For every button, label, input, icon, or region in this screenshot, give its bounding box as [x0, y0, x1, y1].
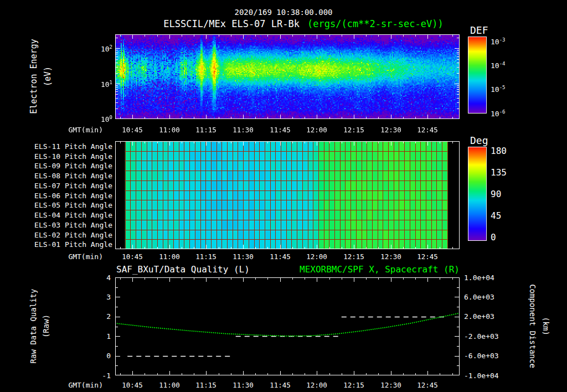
pitch-angle-heatmap-canvas — [115, 141, 460, 249]
time-tick-label: 11:45 — [262, 126, 298, 134]
spectrogram-y-axis-unit: (eV) — [43, 66, 53, 86]
time-tick-label: 10:45 — [115, 381, 150, 389]
deg-colorbar-tick: 90 — [491, 189, 501, 199]
time-tick-label: 12:30 — [373, 126, 409, 134]
time-tick-label: 11:15 — [188, 252, 224, 261]
right-ytick: 1.0e+04 — [464, 274, 494, 282]
def-colorbar — [468, 37, 487, 114]
pitch-row-label: ELS-04 Pitch Angle — [0, 211, 112, 219]
line-panel-title-left: SAF_BXuT/Data Quality (L) — [116, 264, 250, 275]
time-tick-label: 11:00 — [152, 126, 187, 134]
instrument-title: ELSSCIL/MEx ELS-07 LR-Bk — [163, 18, 300, 29]
timestamp: 2020/169 10:38:00.000 — [0, 8, 567, 17]
spectrogram-ytick-1ev: 100 — [61, 115, 112, 123]
line-panel-left-axis-label: Raw Data Quality — [29, 289, 38, 364]
time-tick-label: 12:30 — [373, 252, 409, 261]
tick-exp: -6 — [499, 109, 506, 115]
time-tick-label: 12:45 — [410, 252, 445, 261]
pitch-row-label: ELS-10 Pitch Angle — [0, 152, 112, 161]
pitch-row-label: ELS-05 Pitch Angle — [0, 201, 112, 209]
plot-title-row: ELSSCIL/MEx ELS-07 LR-Bk(ergs/(cm**2-sr-… — [115, 18, 492, 29]
spectrogram-x-axis-label: GMT(min) — [0, 126, 103, 134]
left-ytick: -1 — [55, 372, 111, 380]
tick-base: 10 — [101, 45, 110, 53]
def-colorbar-tick: 10-6 — [491, 109, 506, 118]
time-tick-label: 11:30 — [225, 381, 261, 389]
line-panel-title-right: MEXORBMC/SPF X, Spacecraft (R) — [300, 264, 460, 275]
left-ytick: 0 — [55, 352, 111, 360]
spectrogram-ytick-100ev: 102 — [61, 44, 112, 53]
time-tick-label: 12:00 — [299, 126, 334, 134]
time-tick-label: 12:00 — [299, 381, 334, 389]
time-tick-label: 10:45 — [115, 126, 150, 134]
deg-colorbar-tick: 45 — [491, 210, 501, 221]
pitch-row-label: ELS-03 Pitch Angle — [0, 221, 112, 229]
time-tick-label: 11:15 — [188, 126, 224, 134]
right-ytick: -6.0e+03 — [464, 352, 499, 360]
science-plot-page: 2020/169 10:38:00.000 ELSSCIL/MEx ELS-07… — [0, 0, 567, 392]
pitch-row-label: ELS-11 Pitch Angle — [0, 142, 112, 151]
right-ytick: 6.0e+03 — [464, 293, 494, 301]
right-ytick: -2.0e+03 — [464, 332, 499, 341]
def-colorbar-tick: 10-3 — [491, 37, 506, 46]
time-tick-label: 12:15 — [336, 252, 372, 261]
pitch-row-label: ELS-06 Pitch Angle — [0, 192, 112, 200]
deg-colorbar-tick: 0 — [491, 232, 496, 243]
left-ytick: 3 — [55, 293, 111, 301]
tick-base: 10 — [491, 61, 499, 70]
tick-base: 10 — [101, 80, 110, 89]
time-tick-label: 12:45 — [410, 126, 445, 134]
right-ytick: -1.0e+04 — [464, 372, 499, 380]
line-panel-left-axis-unit: (Raw) — [42, 314, 50, 338]
tick-exp: -3 — [499, 37, 506, 43]
line-panel-right-axis-label: Component Distance — [528, 284, 537, 368]
time-tick-label: 12:15 — [336, 381, 372, 389]
left-ytick: 2 — [55, 312, 111, 321]
deg-colorbar-tick: 135 — [491, 167, 507, 178]
pitch-row-label: ELS-02 Pitch Angle — [0, 231, 112, 239]
time-tick-label: 12:15 — [336, 126, 372, 134]
def-colorbar-tick: 10-5 — [491, 85, 506, 94]
left-ytick: 1 — [55, 332, 111, 341]
deg-colorbar-title: Deg — [470, 135, 488, 146]
spectrogram-y-axis-label: Electron Energy — [29, 39, 39, 114]
tick-base: 10 — [491, 85, 499, 94]
time-tick-label: 12:45 — [410, 381, 445, 389]
def-colorbar-tick: 10-4 — [491, 61, 506, 70]
spectrogram-ytick-10ev: 101 — [61, 80, 112, 89]
def-colorbar-title: DEF — [470, 24, 488, 36]
time-tick-label: 11:15 — [188, 381, 224, 389]
pitch-row-label: ELS-01 Pitch Angle — [0, 240, 112, 249]
time-tick-label: 11:30 — [225, 126, 261, 134]
left-ytick: 4 — [55, 274, 111, 282]
electron-energy-spectrogram-canvas — [115, 34, 460, 119]
tick-exp: 1 — [110, 80, 112, 85]
pitch-row-label: ELS-08 Pitch Angle — [0, 172, 112, 180]
line-panel-right-axis-unit: (km) — [542, 317, 550, 336]
time-tick-label: 12:00 — [299, 252, 334, 261]
deg-colorbar — [468, 147, 487, 241]
time-tick-label: 11:30 — [225, 252, 261, 261]
tick-base: 10 — [491, 110, 499, 118]
time-tick-label: 11:45 — [262, 252, 298, 261]
quality-distance-line-canvas — [115, 277, 460, 375]
time-tick-label: 11:45 — [262, 381, 298, 389]
pitch-row-label: ELS-09 Pitch Angle — [0, 162, 112, 170]
deg-colorbar-tick: 180 — [491, 146, 507, 156]
right-ytick: 2.0e+03 — [464, 312, 494, 321]
line-x-axis-label: GMT(min) — [0, 381, 103, 389]
tick-exp: 0 — [110, 115, 112, 120]
time-tick-label: 12:30 — [373, 381, 409, 389]
time-tick-label: 10:45 — [115, 252, 150, 261]
time-tick-label: 11:00 — [152, 252, 187, 261]
time-tick-label: 11:00 — [152, 381, 187, 389]
pitch-row-label: ELS-07 Pitch Angle — [0, 182, 112, 190]
tick-exp: 2 — [110, 44, 112, 50]
tick-base: 10 — [491, 38, 499, 46]
tick-exp: -5 — [499, 85, 506, 90]
flux-units-label: (ergs/(cm**2-sr-sec-eV)) — [307, 18, 444, 29]
tick-exp: -4 — [499, 61, 506, 66]
pitch-x-axis-label: GMT(min) — [0, 252, 103, 261]
tick-base: 10 — [101, 115, 110, 123]
